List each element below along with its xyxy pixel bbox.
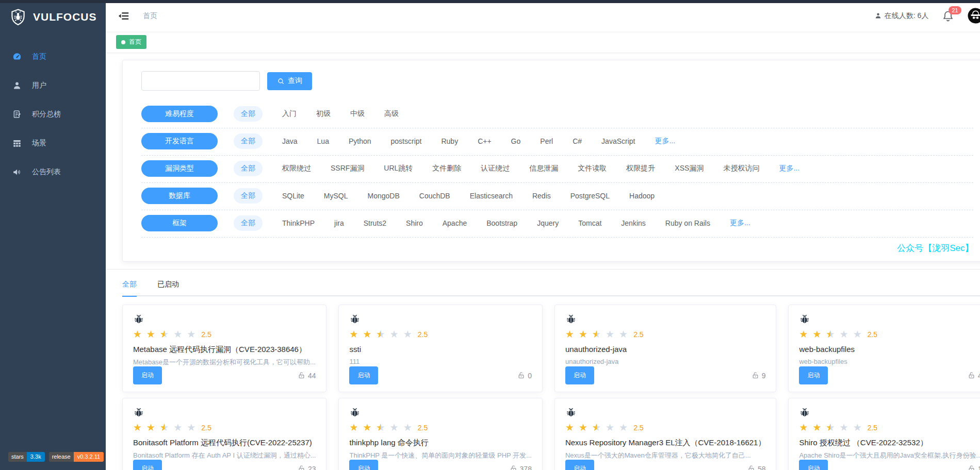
filter-option[interactable]: 文件读取 [578,164,607,173]
sidebar-item-announcements[interactable]: 公告列表 [0,158,106,187]
filter-option[interactable]: Bootstrap [486,219,517,227]
filter-option[interactable]: Hadoop [629,192,655,200]
filter-option[interactable]: Python [349,137,371,145]
filter-option[interactable]: SQLite [282,192,304,200]
filter-option[interactable]: MongoDB [368,192,400,200]
filter-option[interactable]: 未授权访问 [723,164,759,173]
filter-option[interactable]: 文件删除 [432,164,461,173]
sidebar-item-scenes[interactable]: 场景 [0,129,106,158]
unlock-icon [298,465,305,470]
star-rating[interactable]: ★★★★★★2.5 [799,329,980,339]
filter-option[interactable]: Shiro [406,219,423,227]
star-rating[interactable]: ★★★★★★2.5 [133,423,316,432]
filter-option[interactable]: Elasticsearch [470,192,513,200]
start-button[interactable]: 启动 [133,460,162,470]
filter-option[interactable]: Java [282,137,298,145]
sidebar-item-leaderboard[interactable]: 积分总榜 [0,100,106,129]
app-logo[interactable]: VULFOCUS [0,0,106,34]
filter-option[interactable]: 高级 [384,109,399,119]
filter-option[interactable]: 初级 [316,109,331,119]
filter-option[interactable]: 入门 [282,109,297,119]
filter-option[interactable]: 全部 [234,215,263,231]
filter-option[interactable]: jira [334,219,344,227]
tab-all[interactable]: 全部 [122,280,137,297]
filter-option[interactable]: MySQL [324,192,348,200]
card-title[interactable]: ssti [349,345,531,354]
search-button[interactable]: 查询 [267,72,312,90]
filter-option[interactable]: Ruby on Rails [665,219,710,227]
release-badge[interactable]: release v0.3.2.11 [49,452,104,462]
filter-option[interactable]: Apache [443,219,467,227]
filter-option[interactable]: 全部 [234,188,263,204]
filter-option[interactable]: C# [573,137,582,145]
filter-option[interactable]: 全部 [234,133,263,149]
notification-bell[interactable]: 21 [942,10,954,22]
filter-option[interactable]: 权限绕过 [282,164,311,173]
filter-option[interactable]: postscript [391,137,422,145]
star-rating[interactable]: ★★★★★★2.5 [349,423,531,432]
filter-category-pill[interactable]: 开发语言 [141,133,218,149]
filter-option[interactable]: 权限提升 [626,164,655,173]
notification-count-badge: 21 [949,6,961,14]
filter-option[interactable]: CouchDB [419,192,450,200]
star-rating[interactable]: ★★★★★★2.5 [349,329,531,339]
star-rating[interactable]: ★★★★★★2.5 [565,329,766,339]
filter-option[interactable]: Jquery [537,219,559,227]
filter-more-link[interactable]: 更多... [730,219,750,228]
filter-option[interactable]: JavaScript [601,137,635,145]
star-rating[interactable]: ★★★★★★2.5 [565,423,766,432]
star-full-icon: ★ [799,423,808,432]
card-title[interactable]: web-backupfiles [799,345,980,354]
card-title[interactable]: Nexus Repository Manager3 EL注入（CVE-2018-… [565,438,766,447]
filter-option[interactable]: Struts2 [364,219,386,227]
start-button[interactable]: 启动 [565,366,594,384]
filter-option[interactable]: Jenkins [621,219,645,227]
star-rating[interactable]: ★★★★★★2.5 [133,329,316,339]
tab-started[interactable]: 已启动 [157,280,179,296]
sidebar-item-users[interactable]: 用户 [0,71,106,100]
card-title[interactable]: Shiro 授权绕过 （CVE-2022-32532） [799,438,980,447]
filter-option[interactable]: Lua [317,137,329,145]
search-input[interactable] [141,71,260,91]
filter-category-pill[interactable]: 难易程度 [141,106,218,122]
breadcrumb[interactable]: 首页 [143,11,157,21]
filter-option[interactable]: Perl [540,137,553,145]
filter-option[interactable]: 全部 [234,106,263,122]
start-button[interactable]: 启动 [133,366,162,384]
filter-category-pill[interactable]: 漏洞类型 [141,160,218,177]
stars-badge[interactable]: stars 3.3k [8,452,45,462]
start-button[interactable]: 启动 [799,460,828,470]
start-button[interactable]: 启动 [349,366,378,384]
filter-option[interactable]: 认证绕过 [481,164,510,173]
filter-option[interactable]: SSRF漏洞 [331,164,364,173]
filter-option[interactable]: 信息泄漏 [529,164,558,173]
filter-option[interactable]: XSS漏洞 [675,164,704,173]
filter-option[interactable]: 中级 [350,109,365,119]
card-title[interactable]: unauthorized-java [565,345,766,354]
start-button[interactable]: 启动 [349,460,378,470]
card-title[interactable]: Metabase 远程代码执行漏洞（CVE-2023-38646） [133,345,316,354]
filter-category-pill[interactable]: 数据库 [141,188,218,204]
filter-more-link[interactable]: 更多... [779,164,799,173]
sidebar-item-home[interactable]: 首页 [0,42,106,71]
filter-option[interactable]: Tomcat [578,219,601,227]
card-title[interactable]: Bonitasoft Platform 远程代码执行(CVE-2022-2523… [133,438,316,447]
filter-row-3: 数据库全部SQLiteMySQLMongoDBCouchDBElasticsea… [141,183,973,210]
filter-option[interactable]: C++ [478,137,491,145]
filter-option[interactable]: PostgreSQL [570,192,610,200]
start-button[interactable]: 启动 [799,366,828,384]
filter-option[interactable]: URL跳转 [384,164,413,173]
filter-option[interactable]: 全部 [234,161,263,176]
filter-option[interactable]: Ruby [441,137,458,145]
start-button[interactable]: 启动 [565,460,594,470]
filter-option[interactable]: Go [511,137,521,145]
user-menu[interactable] [968,8,980,24]
filter-option[interactable]: ThinkPHP [282,219,315,227]
filter-option[interactable]: Redis [532,192,551,200]
sidebar-collapse-icon[interactable] [118,10,129,22]
star-rating[interactable]: ★★★★★★2.5 [799,423,980,432]
filter-category-pill[interactable]: 框架 [141,215,218,231]
filter-more-link[interactable]: 更多... [655,137,675,146]
card-title[interactable]: thinkphp lang 命令执行 [349,438,531,447]
tag-home[interactable]: 首页 [116,35,146,49]
